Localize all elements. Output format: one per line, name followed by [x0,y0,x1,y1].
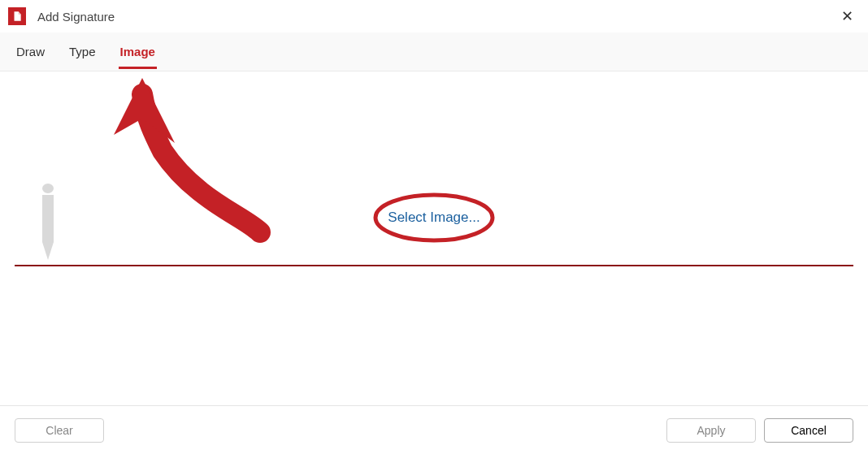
tab-type[interactable]: Type [67,35,98,69]
pdf-app-icon [11,11,23,22]
select-image-link[interactable]: Select Image... [388,210,480,226]
annotation-arrow [98,78,284,249]
pencil-icon [37,184,59,262]
window-title: Add Signature [37,10,115,24]
close-icon[interactable]: ✕ [838,6,857,27]
titlebar: Add Signature ✕ [0,0,868,32]
tabbar: Draw Type Image [0,32,868,71]
apply-button[interactable]: Apply [666,418,756,443]
content-area: Select Image... [0,71,868,405]
svg-rect-0 [42,184,54,193]
tab-image[interactable]: Image [119,35,157,69]
app-icon [8,7,26,25]
signature-baseline [15,265,853,266]
svg-rect-1 [42,195,54,242]
cancel-button[interactable]: Cancel [764,418,853,443]
tab-draw[interactable]: Draw [15,35,46,69]
footer: Clear Apply Cancel [0,405,868,454]
clear-button[interactable]: Clear [15,418,104,443]
